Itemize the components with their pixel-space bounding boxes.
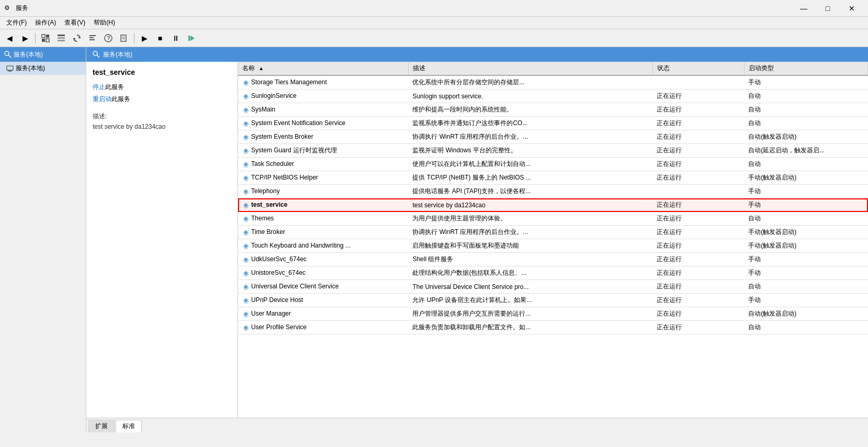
service-status-cell: 正在运行 — [652, 280, 744, 294]
close-button[interactable]: ✕ — [840, 0, 864, 17]
table-row[interactable]: UnistoreSvc_674ec处理结构化用户数据(包括联系人信息、...正在… — [238, 266, 868, 280]
service-startup-cell: 自动 — [744, 212, 867, 226]
maximize-button[interactable]: □ — [816, 0, 840, 17]
gear-icon — [242, 161, 250, 168]
table-row[interactable]: SysMain维护和提高一段时间内的系统性能。正在运行自动 — [238, 103, 868, 117]
forward-button[interactable]: ▶ — [18, 31, 32, 45]
service-status-cell: 正在运行 — [652, 239, 744, 253]
minimize-button[interactable]: — — [792, 0, 816, 17]
help-button[interactable]: ? — [101, 31, 116, 45]
stop-suffix: 此服务 — [105, 83, 124, 91]
service-status-cell: 正在运行 — [652, 130, 744, 144]
service-startup-cell: 自动 — [744, 117, 867, 130]
gear-icon — [242, 297, 250, 304]
svg-rect-5 — [58, 37, 65, 39]
table-row[interactable]: System Events Broker协调执行 WinRT 应用程序的后台作业… — [238, 130, 868, 144]
table-row[interactable]: System Event Notification Service监视系统事件并… — [238, 117, 868, 130]
service-name-title: test_service — [93, 68, 231, 76]
export-button[interactable] — [117, 31, 131, 45]
svg-rect-6 — [58, 40, 65, 41]
stop-link[interactable]: 停止 — [93, 83, 105, 91]
service-name-cell: TCP/IP NetBIOS Helper — [238, 171, 408, 185]
table-row[interactable]: Storage Tiers Management优化系统中所有分层存储空间的存储… — [238, 75, 868, 90]
tab-standard[interactable]: 标准 — [116, 420, 142, 432]
table-row[interactable]: TCP/IP NetBIOS Helper提供 TCP/IP (NetBT) 服… — [238, 171, 868, 185]
service-name-text: UnistoreSvc_674ec — [251, 269, 306, 276]
title-bar: ⚙ 服务 — □ ✕ — [0, 0, 868, 17]
gear-icon — [242, 242, 250, 250]
service-name-text: User Manager — [251, 310, 291, 317]
right-header-label: 服务(本地) — [103, 50, 132, 59]
svg-rect-1 — [46, 35, 49, 38]
service-startup-cell: 自动 — [744, 280, 867, 294]
service-startup-cell: 手动 — [744, 75, 867, 90]
svg-rect-11 — [89, 39, 95, 40]
service-status-cell — [652, 185, 744, 198]
gear-icon — [242, 215, 250, 222]
details-button[interactable] — [85, 31, 100, 45]
service-name-cell: System Event Notification Service — [238, 117, 408, 130]
details-icon — [88, 34, 97, 42]
col-header-name[interactable]: 名称 ▲ — [238, 62, 408, 75]
show-hide-icon — [41, 34, 50, 42]
back-button[interactable]: ◀ — [2, 31, 17, 45]
svg-rect-18 — [188, 36, 190, 41]
play-button[interactable]: ▶ — [137, 31, 152, 45]
toolbar-sep-2 — [134, 33, 134, 43]
table-row[interactable]: Time Broker协调执行 WinRT 应用程序的后台作业。...正在运行手… — [238, 226, 868, 239]
right-panel-header: 服务(本地) — [86, 47, 868, 62]
table-row[interactable]: Themes为用户提供使用主题管理的体验。正在运行自动 — [238, 212, 868, 226]
list-view-button[interactable] — [54, 31, 69, 45]
pause-button[interactable]: ⏸ — [168, 31, 183, 45]
table-row[interactable]: User Profile Service此服务负责加载和卸载用户配置文件。如..… — [238, 321, 868, 334]
refresh-button[interactable] — [70, 31, 84, 45]
col-header-startup[interactable]: 启动类型 — [744, 62, 867, 75]
left-panel-header: 服务(本地) — [0, 47, 86, 62]
service-startup-cell: 自动 — [744, 321, 867, 334]
table-row[interactable]: SunloginServiceSunlogin support service.… — [238, 90, 868, 103]
services-table-area[interactable]: 名称 ▲ 描述 状态 启动类型 Storage Tiers Management… — [238, 62, 868, 418]
service-desc-cell: 协调执行 WinRT 应用程序的后台作业。... — [408, 226, 652, 239]
service-name-cell: UnistoreSvc_674ec — [238, 266, 408, 280]
table-row[interactable]: test_servicetest service by da1234cao正在运… — [238, 198, 868, 212]
service-startup-cell: 自动(延迟启动，触发器启... — [744, 144, 867, 158]
menu-file[interactable]: 文件(F) — [2, 17, 31, 28]
left-header-label: 服务(本地) — [14, 50, 43, 59]
svg-point-24 — [93, 51, 97, 55]
stop-action: 停止此服务 — [93, 83, 231, 92]
service-status-cell: 正在运行 — [652, 253, 744, 266]
col-header-status[interactable]: 状态 — [652, 62, 744, 75]
content-area: test_service 停止此服务 重启动此服务 描述: test servi… — [86, 62, 868, 418]
menu-action[interactable]: 操作(A) — [31, 17, 60, 28]
table-row[interactable]: UPnP Device Host允许 UPnP 设备宿主在此计算机上。如果...… — [238, 294, 868, 307]
service-desc-cell: 监视并证明 Windows 平台的完整性。 — [408, 144, 652, 158]
table-row[interactable]: UdkUserSvc_674ecShell 组件服务正在运行手动 — [238, 253, 868, 266]
app-icon: ⚙ — [4, 4, 13, 13]
col-header-desc[interactable]: 描述 — [408, 62, 652, 75]
service-name-text: System Events Broker — [251, 133, 313, 140]
gear-icon — [242, 174, 250, 182]
svg-line-20 — [8, 55, 11, 58]
gear-icon — [242, 324, 250, 331]
service-status-cell: 正在运行 — [652, 117, 744, 130]
table-header: 名称 ▲ 描述 状态 启动类型 — [238, 62, 868, 75]
service-desc-cell: 使用户可以在此计算机上配置和计划自动... — [408, 158, 652, 171]
service-startup-cell: 自动 — [744, 158, 867, 171]
tab-extended[interactable]: 扩展 — [88, 420, 115, 432]
restart-button[interactable] — [184, 31, 199, 45]
table-row[interactable]: Touch Keyboard and Handwriting ...启用触摸键盘… — [238, 239, 868, 253]
service-startup-cell: 手动 — [744, 253, 867, 266]
table-row[interactable]: System Guard 运行时监视代理监视并证明 Windows 平台的完整性… — [238, 144, 868, 158]
show-hide-button[interactable] — [38, 31, 53, 45]
menu-view[interactable]: 查看(V) — [60, 17, 89, 28]
sidebar-item-local-services[interactable]: 服务(本地) — [0, 62, 86, 75]
table-row[interactable]: Telephony提供电话服务 API (TAPI)支持，以便各程...手动 — [238, 185, 868, 198]
table-row[interactable]: Universal Device Client ServiceThe Unive… — [238, 280, 868, 294]
service-desc-cell: 监视系统事件并通知订户这些事件的CO... — [408, 117, 652, 130]
table-row[interactable]: Task Scheduler使用户可以在此计算机上配置和计划自动...正在运行自… — [238, 158, 868, 171]
table-row[interactable]: User Manager用户管理器提供多用户交互所需要的运行...正在运行自动(… — [238, 307, 868, 321]
restart-link[interactable]: 重启动 — [93, 95, 111, 103]
stop-button[interactable]: ■ — [153, 31, 167, 45]
search-icon — [4, 51, 12, 58]
menu-help[interactable]: 帮助(H) — [89, 17, 119, 28]
